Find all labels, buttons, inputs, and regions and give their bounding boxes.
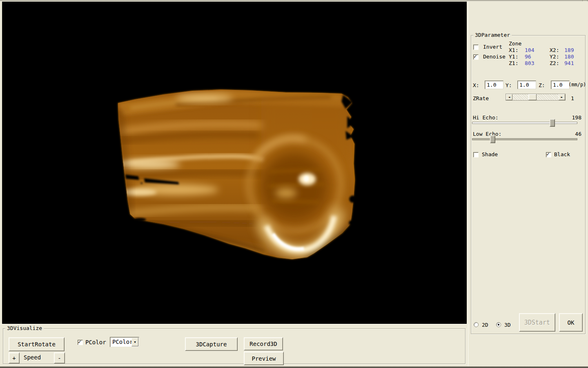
invert-label: Invert xyxy=(483,44,502,50)
hi-echo-thumb[interactable] xyxy=(550,119,555,127)
mode-2d-label: 2D xyxy=(482,322,488,328)
bottom-panel: 3DVisualize StartRotate + Speed - ✓ PCol… xyxy=(0,324,467,366)
check-icon: ✓ xyxy=(474,53,477,60)
z-scale-input[interactable] xyxy=(551,81,570,89)
ok-button[interactable]: OK xyxy=(559,313,583,332)
zone-y1-value: 96 xyxy=(525,54,531,60)
speed-label: Speed xyxy=(24,354,41,361)
zone-x1-label: X1: xyxy=(509,47,518,54)
pcolor-dropdown-value: PColor xyxy=(112,339,133,345)
pcolor-dropdown[interactable]: PColor ▼ xyxy=(110,337,139,347)
denoise-checkbox[interactable]: ✓ xyxy=(473,54,479,60)
zone-x1-value: 104 xyxy=(525,47,534,54)
zrate-thumb[interactable] xyxy=(528,94,537,100)
hi-echo-track[interactable] xyxy=(472,122,577,124)
right-panel: 3DParameter ✓ Invert ✓ Denoise Zone X1: … xyxy=(468,1,588,366)
zone-z2-value: 941 xyxy=(564,60,574,67)
groupbox-3dparameter-title: 3DParameter xyxy=(473,32,512,38)
low-echo-slider[interactable] xyxy=(472,135,577,144)
shade-label: Shade xyxy=(482,151,498,158)
scroll-right-icon[interactable]: ► xyxy=(559,94,565,100)
low-echo-track[interactable] xyxy=(472,138,577,140)
speed-plus-button[interactable]: + xyxy=(9,352,20,364)
zrate-track[interactable] xyxy=(512,94,559,100)
zrate-value: 1 xyxy=(571,95,574,102)
pcolor-checkbox[interactable]: ✓ xyxy=(78,340,83,345)
y-scale-label: Y: xyxy=(506,82,512,89)
groupbox-3dparameter: 3DParameter ✓ Invert ✓ Denoise Zone X1: … xyxy=(471,35,586,334)
denoise-label: Denoise xyxy=(483,54,506,60)
scale-unit-label: (mm/p) xyxy=(568,81,586,88)
check-icon: ✓ xyxy=(78,339,81,345)
volume-render[interactable] xyxy=(2,2,467,324)
speed-minus-button[interactable]: - xyxy=(54,352,65,364)
shade-checkbox[interactable]: ✓ xyxy=(473,152,479,157)
zone-title: Zone xyxy=(509,40,521,47)
app-window: { "window": { "bg": "#ece9d8" }, "icons"… xyxy=(0,0,588,368)
hi-echo-slider[interactable] xyxy=(472,119,577,127)
mode-3d-radio[interactable] xyxy=(496,322,501,327)
capture3d-button[interactable]: 3DCapture xyxy=(185,337,238,351)
preview-button[interactable]: Preview xyxy=(244,352,284,365)
x-scale-label: X: xyxy=(473,82,479,89)
chevron-down-icon[interactable]: ▼ xyxy=(131,338,138,346)
zone-z1-value: 803 xyxy=(525,60,534,67)
low-echo-thumb[interactable] xyxy=(490,135,495,143)
y-scale-input[interactable] xyxy=(517,81,536,89)
mode-2d-radio[interactable] xyxy=(474,322,479,327)
invert-checkbox[interactable]: ✓ xyxy=(473,45,479,50)
black-label: Black xyxy=(554,151,570,158)
zone-y2-value: 180 xyxy=(564,54,574,60)
record3d-button[interactable]: Record3D xyxy=(244,337,283,350)
start3d-button: 3DStart xyxy=(519,313,555,332)
zrate-scrollbar[interactable]: ◄ ► xyxy=(506,94,566,101)
black-checkbox[interactable]: ✓ xyxy=(546,152,551,157)
zone-y1-label: Y1: xyxy=(509,54,518,60)
zone-x2-value: 189 xyxy=(564,47,574,54)
scroll-left-icon[interactable]: ◄ xyxy=(506,94,512,100)
x-scale-input[interactable] xyxy=(485,81,503,89)
mode-3d-label: 3D xyxy=(504,322,511,328)
pcolor-label: PColor xyxy=(85,339,106,346)
zone-z1-label: Z1: xyxy=(509,60,518,67)
groupbox-3dvisualize: 3DVisualize StartRotate + Speed - ✓ PCol… xyxy=(3,328,466,364)
zone-x2-label: X2: xyxy=(550,47,559,54)
check-icon: ✓ xyxy=(546,151,550,157)
zone-z2-label: Z2: xyxy=(550,60,559,67)
start-rotate-button[interactable]: StartRotate xyxy=(9,337,65,351)
groupbox-3dvisualize-title: 3DVisualize xyxy=(5,325,44,332)
window-bottom-edge xyxy=(0,366,588,368)
zone-y2-label: Y2: xyxy=(550,54,559,60)
zrate-label: ZRate xyxy=(473,95,489,102)
render-viewport[interactable] xyxy=(2,2,467,324)
z-scale-label: Z: xyxy=(539,82,545,89)
